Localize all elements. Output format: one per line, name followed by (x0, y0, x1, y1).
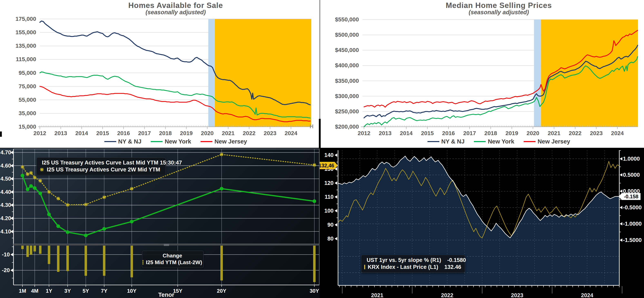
x-tick-label: 2021 (548, 130, 560, 137)
legend-label: I25 US Treasury Actives Curve Last Mid Y… (42, 159, 182, 166)
median-prices-plot[interactable] (320, 0, 644, 148)
y-tick-label: -0.5000 (623, 204, 644, 211)
y-tick-label: $450,000 (326, 47, 359, 53)
legend-label: UST 1yr vs. 5yr slope % (R1) (367, 257, 441, 263)
change-bar (39, 245, 42, 254)
x-year-label: 2024 (581, 292, 593, 298)
tag-text: 132,46 (320, 163, 334, 168)
y-tick-arrow-icon (10, 177, 13, 180)
x-tick-label: 5Y (82, 288, 89, 294)
x-tick-label: 2023 (264, 130, 276, 137)
x-tick-label: 1Y (46, 288, 52, 294)
y-tick-label: 4.70 (0, 149, 10, 155)
x-tick-label: 2012 (34, 130, 46, 137)
y-tick-label: 135,000 (4, 43, 36, 49)
x-tick-label: 2020 (201, 130, 214, 137)
divider-drag-handle[interactable] (164, 244, 169, 246)
y-tick-label: 115,000 (4, 56, 36, 63)
y-tick-arrow-icon (620, 222, 622, 225)
change-bar (313, 245, 316, 282)
x-tick-label: 1M (19, 288, 26, 294)
x-axis-title: Tenor (158, 292, 174, 298)
y-tick-label: 80 (323, 236, 334, 242)
legend-line-swatch (524, 141, 536, 142)
y-tick-label: 100 (323, 208, 334, 214)
recession-band (534, 19, 541, 127)
legend-item-slope: UST 1yr vs. 5yr slope % (R1) -0.1580 (364, 257, 461, 264)
dashboard: Homes Available for Sale (seasonally adj… (0, 0, 644, 298)
x-tick-label: 2015 (96, 130, 109, 137)
y-tick-label: 4.40 (0, 189, 10, 195)
asterisk-marker (26, 172, 30, 176)
x-tick-label: 10Y (127, 288, 136, 294)
homes-available-plot[interactable] (0, 0, 320, 148)
asterisk-marker (47, 190, 51, 194)
x-tick-label: 2014 (400, 130, 412, 137)
change-bar (48, 245, 50, 264)
stray-letter-artifact: H (310, 123, 314, 130)
dot-marker (26, 187, 30, 191)
yellow-swatch-icon (364, 265, 365, 269)
y-tick-label: 4.30 (0, 202, 10, 208)
asterisk-marker (66, 203, 70, 207)
legend-item: New Jersey (524, 138, 570, 145)
legend-line-swatch (151, 141, 162, 142)
x-tick-label: 2022 (569, 130, 582, 137)
dot-marker (47, 213, 51, 216)
tag-arrow-icon (334, 162, 338, 169)
legend-label: I25 US Treasury Actives Curve 2W Mid YTM (47, 166, 160, 173)
x-tick-label: 2024 (284, 130, 297, 137)
dot-marker (21, 174, 24, 177)
asterisk-marker (130, 187, 134, 191)
treasury-curve-panel: 4.704.604.504.404.304.204.10-10-20 I25 U… (0, 148, 320, 298)
y-tick-label: 35,000 (4, 110, 36, 117)
y-tick-label: 95,000 (4, 70, 36, 76)
x-tick-label: 2019 (180, 130, 192, 137)
x-tick-label: 2018 (484, 130, 497, 137)
y-tick-label: 15,000 (4, 124, 36, 130)
asterisk-marker (220, 153, 224, 156)
legend-item-last: I25 US Treasury Actives Curve Last Mid Y… (40, 159, 162, 166)
legend-value: 132.46 (444, 264, 461, 270)
legend-value: -0.1580 (447, 257, 466, 263)
y-tick-arrow-icon (620, 206, 622, 209)
x-tick-label: 2019 (506, 130, 518, 137)
slope-last-value-tag: -0.158 (622, 193, 640, 200)
krx-slope-plot[interactable] (320, 148, 644, 298)
krx-last-price-tag: 132,46 (320, 162, 334, 169)
asterisk-marker (33, 176, 36, 179)
y-tick-arrow-icon (334, 153, 337, 157)
dot-marker (29, 184, 33, 188)
y-tick-arrow-icon (334, 181, 337, 185)
dot-marker (33, 186, 36, 190)
y-tick-arrow-icon (334, 237, 337, 240)
change-bar (30, 245, 32, 255)
y-tick-arrow-icon (10, 164, 13, 167)
series-line-last-mid-ytm (22, 175, 314, 235)
y-tick-label: 175,000 (4, 16, 36, 22)
x-tick-label: 2013 (54, 130, 67, 137)
x-tick-label: 2020 (526, 130, 539, 137)
homes-available-chart-panel: Homes Available for Sale (seasonally adj… (0, 0, 320, 148)
x-tick-label: 2023 (590, 130, 602, 137)
y-tick-arrow-icon (10, 253, 13, 256)
y-tick-label: 4.10 (0, 228, 10, 235)
change-bar (103, 245, 106, 276)
asterisk-marker (102, 195, 106, 199)
change-legend-label: I25 Mid YTM (Last-2W) (146, 259, 202, 266)
x-tick-label: 20Y (217, 288, 226, 294)
x-tick-label: 4M (31, 288, 38, 294)
change-legend: Change I25 Mid YTM (Last-2W) (142, 251, 204, 268)
legend-label: NY & NJ (442, 138, 465, 145)
asterisk-marker-icon (40, 167, 44, 172)
y-tick-label: 1.0000 (623, 155, 644, 162)
change-legend-item: I25 Mid YTM (Last-2W) (145, 259, 200, 266)
tag-arrow-icon (619, 193, 622, 200)
y-tick-label: -10 (0, 252, 10, 258)
y-tick-arrow-icon (334, 195, 337, 198)
dashed-box-icon (142, 260, 144, 265)
panel-divider (14, 244, 319, 246)
change-bar (57, 245, 60, 272)
y-tick-arrow-icon (10, 190, 13, 194)
dot-marker (56, 224, 60, 228)
